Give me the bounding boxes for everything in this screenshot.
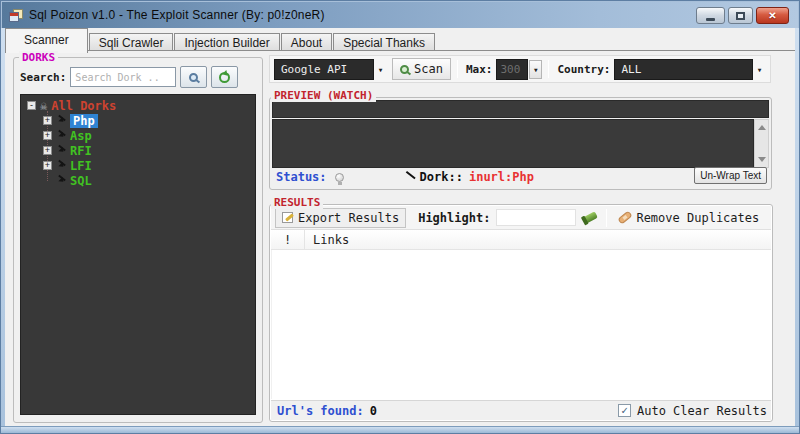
refresh-button[interactable] <box>211 66 238 88</box>
tree-item-asp[interactable]: + Asp <box>21 128 255 143</box>
scanner-panel: DORKS Search: - ☠ All Dorks + Php <box>5 50 795 426</box>
tree-item-label: Asp <box>70 129 92 143</box>
column-flag[interactable]: ! <box>271 230 305 249</box>
remove-duplicates-button[interactable]: Remove Duplicates <box>613 208 764 228</box>
window-border-bottom <box>1 426 799 433</box>
title-bar: Sql Poizon v1.0 - The Exploit Scanner (B… <box>2 2 798 28</box>
search-input[interactable] <box>70 67 176 87</box>
max-label: Max: <box>466 63 493 76</box>
country-dropdown[interactable]: ALL <box>614 59 753 80</box>
search-label: Search: <box>20 71 66 84</box>
dork-tree: - ☠ All Dorks + Php + Asp <box>20 94 256 415</box>
tree-item-sql[interactable]: SQL <box>21 173 255 188</box>
window-title: Sql Poizon v1.0 - The Exploit Scanner (B… <box>29 8 325 22</box>
minimize-icon <box>706 18 715 21</box>
status-row: Status: Dork:: inurl:Php Un-Wrap Text <box>272 167 769 187</box>
remove-duplicates-label: Remove Duplicates <box>636 211 759 225</box>
country-dropdown-arrow-icon[interactable] <box>753 60 766 79</box>
export-icon <box>282 212 293 223</box>
auto-clear-label: Auto Clear Results <box>637 404 767 418</box>
dorks-group: Search: - ☠ All Dorks + Php <box>13 57 263 423</box>
tree-item-label: LFI <box>70 159 92 173</box>
bulb-icon <box>335 173 344 182</box>
dork-arrow-icon <box>56 161 66 171</box>
unwrap-text-button[interactable]: Un-Wrap Text <box>694 167 767 184</box>
preview-group: Status: Dork:: inurl:Php Un-Wrap Text <box>269 97 772 190</box>
results-group: Export Results Highlight: Remove Duplica… <box>269 204 773 422</box>
app-window: Sql Poizon v1.0 - The Exploit Scanner (B… <box>0 0 800 434</box>
max-dropdown-arrow-icon[interactable] <box>529 60 542 79</box>
engine-dropdown-arrow-icon[interactable] <box>374 60 387 79</box>
dork-arrow-icon <box>56 116 66 126</box>
scroll-up-icon[interactable] <box>755 120 768 133</box>
tree-item-php[interactable]: + Php <box>21 113 255 128</box>
tree-item-label: SQL <box>70 174 92 188</box>
export-results-button[interactable]: Export Results <box>275 208 406 228</box>
tree-item-label: Php <box>70 114 98 128</box>
minimize-button[interactable] <box>696 7 725 24</box>
tree-item-rfi[interactable]: + RFI <box>21 143 255 158</box>
expand-icon[interactable]: + <box>43 146 52 155</box>
tree-item-lfi[interactable]: + LFI <box>21 158 255 173</box>
auto-clear-checkbox[interactable] <box>618 404 631 417</box>
scan-icon <box>400 65 409 74</box>
bandage-icon <box>618 210 633 224</box>
expand-icon[interactable]: + <box>43 116 52 125</box>
tree-item-label: All Dorks <box>51 99 116 113</box>
skull-icon: ☠ <box>40 100 47 112</box>
app-icon <box>9 9 23 22</box>
toolbar-separator <box>457 60 458 78</box>
pen-icon <box>406 171 418 183</box>
preview-textarea[interactable] <box>272 119 754 168</box>
toolbar-separator <box>548 60 549 78</box>
results-toolbar: Export Results Highlight: Remove Duplica… <box>271 206 771 230</box>
window-border-left <box>1 28 5 433</box>
highlight-label: Highlight: <box>418 211 490 225</box>
urls-found-label: Url's found: <box>277 404 364 418</box>
results-footer: Url's found: 0 Auto Clear Results <box>271 400 771 420</box>
scan-button-label: Scan <box>414 62 443 76</box>
tab-scanner[interactable]: Scanner <box>5 28 88 53</box>
search-engine-dropdown[interactable]: Google API <box>274 59 374 80</box>
results-list[interactable] <box>271 250 771 399</box>
status-label: Status: <box>276 170 327 184</box>
close-button[interactable]: ✕ <box>756 7 789 24</box>
expand-icon[interactable]: + <box>43 161 52 170</box>
dork-value: inurl:Php <box>469 170 534 184</box>
window-border-right <box>795 28 799 433</box>
results-group-label: RESULTS <box>271 196 323 209</box>
expand-icon[interactable]: + <box>43 131 52 140</box>
refresh-icon <box>219 72 230 83</box>
urls-found-value: 0 <box>370 404 377 418</box>
highlight-input[interactable] <box>496 209 576 226</box>
flashlight-icon <box>583 211 598 223</box>
maximize-button[interactable] <box>728 7 753 24</box>
search-icon <box>189 73 198 82</box>
scan-button[interactable]: Scan <box>392 58 451 80</box>
preview-scrollbar[interactable] <box>754 119 769 168</box>
dork-arrow-icon <box>56 146 66 156</box>
preview-header-bar <box>272 100 769 118</box>
country-label: Country: <box>557 63 610 76</box>
toolbar-separator <box>606 209 607 227</box>
dork-arrow-icon <box>56 176 66 186</box>
export-button-label: Export Results <box>298 211 399 225</box>
tab-strip: ScannerSqli CrawlerInjection BuilderAbou… <box>5 28 795 51</box>
tree-item-label: RFI <box>70 144 92 158</box>
maximize-icon <box>736 12 745 20</box>
highlight-button[interactable] <box>580 208 600 228</box>
dorks-group-label: DORKS <box>19 51 58 64</box>
preview-group-label: PREVIEW (WATCH) <box>271 89 376 102</box>
column-links[interactable]: Links <box>305 233 349 247</box>
close-icon: ✕ <box>768 10 776 21</box>
collapse-icon[interactable]: - <box>27 101 36 110</box>
scroll-down-icon[interactable] <box>755 154 768 167</box>
scan-toolbar: Google API Scan Max: 300 Country: ALL <box>269 55 771 83</box>
dork-arrow-icon <box>56 131 66 141</box>
tree-item-all-dorks[interactable]: - ☠ All Dorks <box>21 98 255 113</box>
max-dropdown[interactable]: 300 <box>496 59 528 80</box>
dork-label: Dork:: <box>420 170 463 184</box>
results-column-header: ! Links <box>271 230 771 250</box>
search-button[interactable] <box>180 66 207 88</box>
